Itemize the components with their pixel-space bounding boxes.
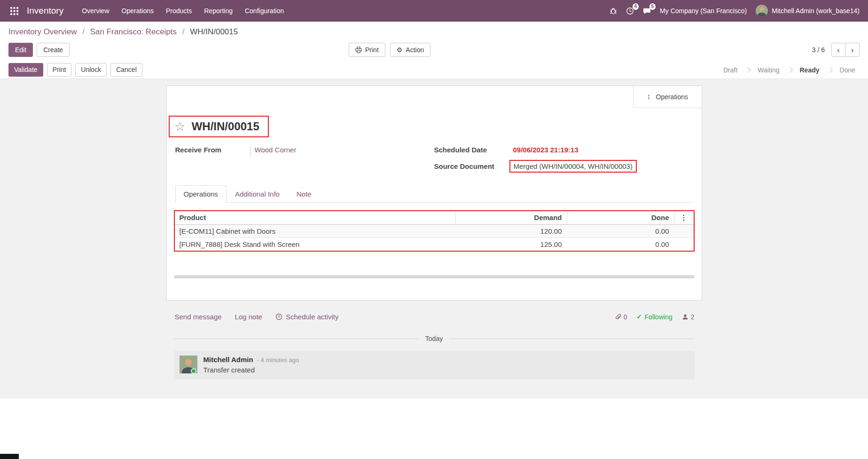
horizontal-scrollbar[interactable] xyxy=(174,275,695,278)
status-separator-icon xyxy=(787,67,793,73)
cell-product[interactable]: [FURN_7888] Desk Stand with Screen xyxy=(175,238,455,251)
edit-button[interactable]: Edit xyxy=(8,43,33,57)
button-box: ↕ Operations xyxy=(167,86,702,108)
form-statusbar: Validate Print Unlock Cancel Draft Waiti… xyxy=(0,61,868,79)
bottom-left-strip xyxy=(0,454,19,459)
cancel-button[interactable]: Cancel xyxy=(110,63,142,77)
record-title-highlight: ☆ WH/IN/00015 xyxy=(169,116,269,137)
validate-button[interactable]: Validate xyxy=(8,63,43,77)
status-ready[interactable]: Ready xyxy=(796,66,824,74)
tab-operations[interactable]: Operations xyxy=(175,185,227,203)
header-product[interactable]: Product xyxy=(175,211,455,224)
control-panel: Inventory Overview / San Francisco: Rece… xyxy=(0,22,868,61)
breadcrumb-link-receipts[interactable]: San Francisco: Receipts xyxy=(90,27,177,36)
status-done[interactable]: Done xyxy=(836,66,860,74)
user-name: Mitchell Admin (work_base14) xyxy=(772,7,860,15)
app-name[interactable]: Inventory xyxy=(27,6,63,16)
scheduled-date-label: Scheduled Date xyxy=(434,146,509,154)
record-title: WH/IN/00015 xyxy=(192,120,259,133)
field-source-document: Source Document Merged (WH/IN/00004, WH/… xyxy=(434,162,693,174)
control-panel-buttons: Edit Create Print ⚙ Action 3 / 6 ‹ › xyxy=(8,42,860,57)
create-button[interactable]: Create xyxy=(37,43,70,57)
status-separator-icon xyxy=(827,67,833,73)
notebook-tabs: Operations Additional Info Note xyxy=(175,185,693,203)
status-separator-icon xyxy=(744,67,751,73)
paperclip-icon xyxy=(615,314,621,320)
attachments-button[interactable]: 0 xyxy=(615,313,627,321)
messages-badge: 5 xyxy=(649,3,656,10)
receive-from-value[interactable]: Wood Corner xyxy=(250,146,297,156)
header-demand[interactable]: Demand xyxy=(455,211,567,224)
breadcrumb: Inventory Overview / San Francisco: Rece… xyxy=(8,27,860,37)
main-menu: Overview Operations Products Reporting C… xyxy=(76,0,290,22)
followers-button[interactable]: 2 xyxy=(682,313,695,321)
clock-icon xyxy=(275,313,282,320)
menu-products[interactable]: Products xyxy=(160,0,198,22)
operations-smart-button[interactable]: ↕ Operations xyxy=(633,86,702,108)
company-switcher[interactable]: My Company (San Francisco) xyxy=(660,7,747,15)
chatter-message: Mitchell Admin - 4 minutes ago Transfer … xyxy=(174,351,695,380)
table-row[interactable]: [FURN_7888] Desk Stand with Screen 125.0… xyxy=(175,237,694,251)
scheduled-date-value: 09/06/2023 21:19:13 xyxy=(509,146,579,156)
unlock-button[interactable]: Unlock xyxy=(75,63,107,77)
gear-icon: ⚙ xyxy=(397,46,403,55)
attachments-count: 0 xyxy=(624,313,627,321)
menu-configuration[interactable]: Configuration xyxy=(239,0,290,22)
debug-bug-icon[interactable] xyxy=(610,7,617,15)
menu-reporting[interactable]: Reporting xyxy=(198,0,239,22)
following-button[interactable]: ✓ Following xyxy=(637,313,673,321)
message-author[interactable]: Mitchell Admin xyxy=(203,356,253,364)
apps-menu-icon[interactable] xyxy=(6,0,23,22)
arrows-vertical-icon: ↕ xyxy=(647,92,651,102)
systray: 4 5 My Company (San Francisco) Mitchell … xyxy=(610,5,860,17)
user-avatar xyxy=(756,5,768,17)
status-draft[interactable]: Draft xyxy=(719,66,742,74)
breadcrumb-separator: / xyxy=(182,27,185,36)
message-body: Transfer created xyxy=(203,366,299,374)
messages-chat-icon[interactable]: 5 xyxy=(643,7,651,15)
print-button[interactable]: Print xyxy=(349,43,385,57)
online-status-dot xyxy=(191,368,196,374)
send-message-button[interactable]: Send message xyxy=(175,313,222,321)
schedule-activity-button[interactable]: Schedule activity xyxy=(275,313,339,321)
day-separator: Today xyxy=(174,335,695,342)
cell-product[interactable]: [E-COM11] Cabinet with Doors xyxy=(175,225,455,237)
tab-note[interactable]: Note xyxy=(288,185,320,203)
field-group: Receive From Wood Corner Scheduled Date … xyxy=(175,146,693,174)
breadcrumb-link-overview[interactable]: Inventory Overview xyxy=(8,27,77,36)
field-scheduled-date: Scheduled Date 09/06/2023 21:19:13 xyxy=(434,146,693,158)
breadcrumb-separator: / xyxy=(82,27,85,36)
print-picking-button[interactable]: Print xyxy=(47,63,72,77)
followers-count: 2 xyxy=(691,313,695,321)
favorite-star-icon[interactable]: ☆ xyxy=(174,120,186,133)
menu-overview[interactable]: Overview xyxy=(76,0,115,22)
breadcrumb-current: WH/IN/00015 xyxy=(190,27,238,36)
printer-icon xyxy=(355,47,362,53)
field-receive-from: Receive From Wood Corner xyxy=(175,146,434,158)
form-sheet: ↕ Operations ☆ WH/IN/00015 Receive From … xyxy=(166,86,702,301)
log-note-button[interactable]: Log note xyxy=(235,313,262,321)
content-area: ↕ Operations ☆ WH/IN/00015 Receive From … xyxy=(0,79,868,398)
status-waiting[interactable]: Waiting xyxy=(753,66,783,74)
header-done[interactable]: Done xyxy=(567,211,674,224)
pager-previous-button[interactable]: ‹ xyxy=(831,43,845,57)
chatter: Send message Log note Schedule activity … xyxy=(166,301,702,380)
message-avatar xyxy=(180,356,197,373)
tab-additional-info[interactable]: Additional Info xyxy=(227,185,288,203)
cell-demand[interactable]: 125.00 xyxy=(455,238,567,251)
pager-value[interactable]: 3 / 6 xyxy=(812,46,825,54)
operations-table: Product Demand Done ⋮ [E-COM11] Cabinet … xyxy=(174,210,695,252)
menu-operations[interactable]: Operations xyxy=(116,0,160,22)
cell-done[interactable]: 0.00 xyxy=(567,225,674,237)
action-button[interactable]: ⚙ Action xyxy=(390,43,430,57)
cell-done[interactable]: 0.00 xyxy=(567,238,674,251)
status-pipeline: Draft Waiting Ready Done xyxy=(719,66,860,74)
activities-clock-icon[interactable]: 4 xyxy=(626,7,634,15)
pager-next-button[interactable]: › xyxy=(845,43,860,57)
source-document-value: Merged (WH/IN/00004, WH/IN/00003) xyxy=(509,160,637,173)
table-row[interactable]: [E-COM11] Cabinet with Doors 120.00 0.00 xyxy=(175,225,694,237)
activities-badge: 4 xyxy=(633,3,639,10)
optional-columns-icon[interactable]: ⋮ xyxy=(674,211,694,224)
user-menu[interactable]: Mitchell Admin (work_base14) xyxy=(756,5,860,17)
cell-demand[interactable]: 120.00 xyxy=(455,225,567,237)
